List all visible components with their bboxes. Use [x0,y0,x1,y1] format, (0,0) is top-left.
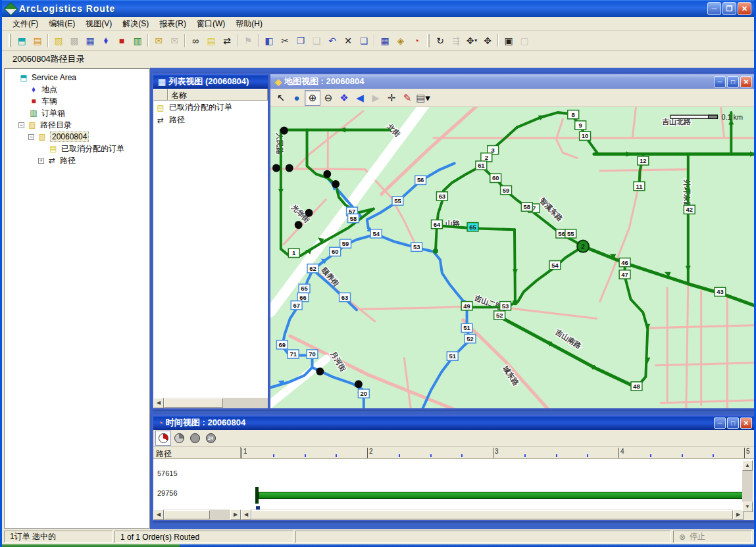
tree-item-路径[interactable]: +⇄路径 [5,155,149,166]
stop-marker-51[interactable]: 51 [447,352,458,360]
route-row-label[interactable]: 57615 [157,469,178,477]
stop-marker-56[interactable]: 56 [415,176,426,184]
reselect-route-button[interactable]: ✥ [480,33,495,48]
stop-marker-52[interactable]: 52 [465,335,476,343]
globe-extent-tool-button[interactable]: ● [289,90,305,106]
stop-marker-66[interactable]: 66 [297,293,309,301]
stop-marker-51[interactable]: 51 [461,323,472,332]
stop-marker-53[interactable]: 53 [500,302,511,310]
stop-marker-49[interactable]: 49 [461,302,472,310]
stop-marker-63[interactable]: 63 [340,293,351,301]
time-left-hscrollbar[interactable]: ◀ ▶ [153,510,241,520]
vehicles-button[interactable]: ■ [114,33,130,48]
zoom-out-tool-button[interactable]: ⊖ [320,90,336,106]
expand-icon[interactable]: + [38,158,44,164]
stop-marker-12[interactable]: 12 [638,156,649,165]
map-view-titlebar[interactable]: ◈ 地图视图 : 20060804 ─ □ ✕ [270,74,754,89]
stop-marker-71[interactable]: 71 [288,350,299,358]
scroll-left-icon[interactable]: ◀ [153,398,164,408]
menu-item-2[interactable]: 视图(V) [80,17,117,31]
close-button[interactable]: ✕ [738,2,751,15]
stop-marker-67[interactable]: 67 [291,301,302,310]
stop-marker-54[interactable]: 54 [370,229,382,238]
stop-marker-62[interactable]: 62 [307,264,318,273]
time-view-button[interactable]: ◔ [409,33,424,48]
menu-item-3[interactable]: 解决(S) [117,17,154,31]
stop-marker-58[interactable]: 58 [521,202,532,211]
stop-marker-10[interactable]: 10 [580,131,591,140]
export-orders-button[interactable]: ✉ [166,33,182,48]
locations-button[interactable]: ⬧ [98,33,114,48]
properties-button[interactable]: ◧ [261,33,277,48]
import-orders-button[interactable]: ✉ [151,33,166,48]
collapse-icon[interactable]: − [28,134,34,140]
stop-marker-70[interactable]: 70 [307,350,318,358]
map-close-button[interactable]: ✕ [740,76,752,87]
map-view-button[interactable]: ◈ [393,33,409,48]
stop-marker-11[interactable]: 11 [634,181,645,190]
stop-marker-60[interactable]: 60 [490,174,501,182]
time-minimize-button[interactable]: ─ [714,417,726,429]
stop-marker-59[interactable]: 59 [340,239,351,248]
build-routes-button[interactable]: ↻ [432,33,448,48]
list-icon-column[interactable] [153,89,168,101]
stop-marker-52[interactable]: 52 [494,311,505,320]
pan-tool-button[interactable]: ✛ [384,90,399,106]
scroll-left-icon[interactable]: ◀ [153,510,164,520]
time-vscrollbar[interactable]: ▲ ▼ [742,460,753,512]
time-view-titlebar[interactable]: ◔ 时间视图 : 20060804 ─ □ ✕ [153,416,754,430]
draw-tool-button[interactable]: ✎ [399,90,415,106]
stop-marker-58[interactable]: 58 [348,214,359,222]
paste-button[interactable]: ❑ [309,33,324,48]
stop-marker-69[interactable]: 69 [276,341,288,349]
toolbar-grip[interactable] [427,34,430,47]
stop-marker-2[interactable]: 2 [481,153,492,162]
stop-button[interactable]: ⊗ 停止 [673,531,752,543]
menu-item-5[interactable]: 窗口(W) [191,17,230,31]
scroll-up-icon[interactable]: ▲ [742,460,753,471]
find-button[interactable]: ∞ [188,33,203,48]
list-item[interactable]: ▤已取消分配的订单 [153,101,268,114]
dropdown-arrow-icon[interactable]: ▾ [474,37,477,43]
stop-marker-64[interactable]: 64 [432,220,443,228]
undo-button[interactable]: ↶ [324,33,340,48]
time-route-column[interactable]: 路径 [153,447,241,458]
stop-marker-48[interactable]: 48 [631,382,642,391]
paste-special-button[interactable]: ❏ [356,33,372,48]
stop-marker-61[interactable]: 61 [476,161,487,170]
stop-marker-63[interactable]: 63 [436,192,447,201]
scroll-left-icon[interactable]: ◀ [241,510,251,520]
tree-item-已取消分配的订单[interactable]: ▤已取消分配的订单 [5,143,149,155]
flag-button[interactable]: ⚑ [240,33,256,48]
menu-item-6[interactable]: 帮助(H) [230,17,268,31]
order-box-button[interactable]: ▥ [130,33,145,48]
route-view-button[interactable]: ⇄ [219,33,235,48]
sequence-stops-button[interactable]: ⇶ [448,33,464,48]
list-view-titlebar[interactable]: ▦ 列表视图 (20060804) [153,74,268,89]
copy-button[interactable]: ❐ [293,33,309,48]
delete-button[interactable]: ✕ [340,33,356,48]
restore-button[interactable]: ❐ [722,2,736,15]
menu-item-4[interactable]: 报表(R) [154,17,191,31]
stop-marker-42[interactable]: 42 [684,205,695,214]
toolbar-grip[interactable] [9,34,11,47]
scroll-right-icon[interactable]: ▶ [230,510,241,520]
tree-item-地点[interactable]: ⬧地点 [5,83,149,95]
map-maximize-button[interactable]: □ [727,76,739,87]
tree-item-20060804[interactable]: −▨20060804 [5,131,149,143]
time-window-scale-3-button[interactable] [187,431,203,446]
tree-item-路径目录[interactable]: −▨路径目录 [5,119,149,131]
tree-item-订单箱[interactable]: ▥订单箱 [5,107,149,119]
stop-marker-55[interactable]: 55 [392,197,403,205]
save-button[interactable]: ▦ [82,33,98,48]
new-folder-button[interactable]: ▨ [51,33,66,48]
unlock-route-button[interactable]: ▢ [517,33,532,48]
time-maximize-button[interactable]: □ [727,417,739,429]
stop-marker-47[interactable]: 47 [619,270,630,279]
new-service-area-button[interactable]: ⬒ [14,33,30,48]
stop-marker-1[interactable]: 1 [288,249,299,257]
menu-item-1[interactable]: 编辑(E) [43,17,80,31]
stop-marker-59[interactable]: 59 [501,186,512,195]
menu-item-0[interactable]: 文件(F) [7,17,43,31]
route-time-bar[interactable] [259,492,743,499]
